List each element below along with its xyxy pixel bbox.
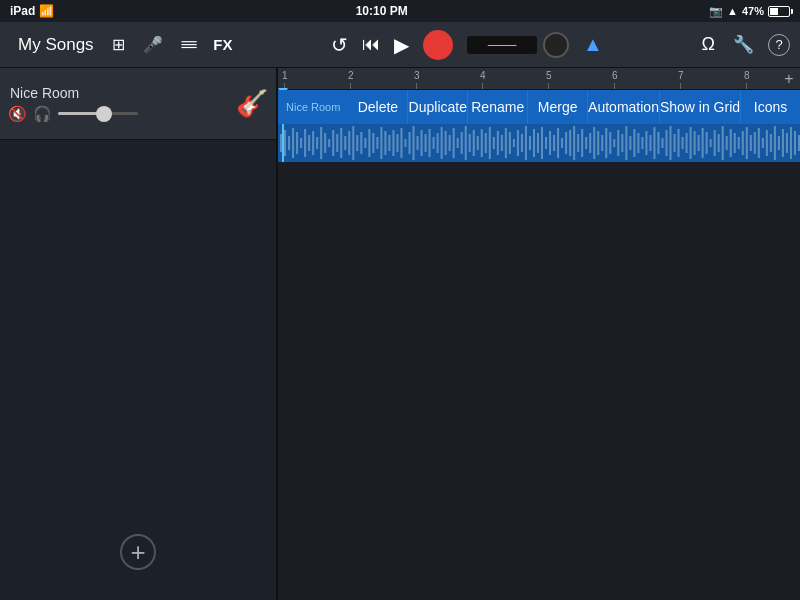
svg-rect-71 xyxy=(565,132,567,154)
ruler-mark-6: 6 xyxy=(612,70,618,89)
svg-rect-84 xyxy=(617,130,619,156)
svg-rect-9 xyxy=(316,137,318,149)
instrument-icon[interactable]: 🎸 xyxy=(236,88,268,119)
svg-rect-70 xyxy=(561,138,563,148)
headphones-icon[interactable]: Ω xyxy=(698,30,719,59)
svg-rect-46 xyxy=(465,126,467,160)
svg-rect-56 xyxy=(505,128,507,158)
volume-slider[interactable] xyxy=(58,112,138,115)
record-button[interactable] xyxy=(423,30,453,60)
rewind-button[interactable]: ⏮ xyxy=(362,34,380,55)
fx-button[interactable]: FX xyxy=(209,32,236,57)
settings-icon[interactable]: 🔧 xyxy=(729,30,758,59)
status-right: 📷 ▲ 47% xyxy=(709,5,790,18)
undo-button[interactable]: ↺ xyxy=(331,33,348,57)
waveform-svg xyxy=(278,124,800,162)
svg-rect-72 xyxy=(569,130,571,156)
svg-rect-111 xyxy=(726,136,728,150)
clock: 10:10 PM xyxy=(356,4,408,18)
ruler-mark-3: 3 xyxy=(414,70,420,89)
svg-rect-96 xyxy=(665,130,667,156)
svg-rect-10 xyxy=(320,127,322,159)
svg-rect-121 xyxy=(766,130,768,156)
ruler-mark-7: 7 xyxy=(678,70,684,89)
svg-rect-127 xyxy=(790,127,792,159)
metronome-icon[interactable]: ▲ xyxy=(583,33,603,56)
solo-button[interactable]: 🎧 xyxy=(33,105,52,123)
metronome-dial[interactable] xyxy=(543,32,569,58)
help-icon[interactable]: ? xyxy=(768,34,790,56)
svg-rect-102 xyxy=(690,127,692,159)
show-in-grid-button[interactable]: Show in Grid xyxy=(659,90,740,124)
svg-rect-58 xyxy=(513,139,515,147)
track-view-icon[interactable]: ⊞ xyxy=(108,31,129,58)
merge-button[interactable]: Merge xyxy=(527,90,587,124)
svg-rect-73 xyxy=(573,126,575,160)
wifi-icon: 📶 xyxy=(39,4,54,18)
add-track-button[interactable]: + xyxy=(120,534,156,570)
svg-rect-119 xyxy=(758,128,760,158)
rename-button[interactable]: Rename xyxy=(467,90,527,124)
svg-rect-75 xyxy=(581,129,583,157)
svg-rect-86 xyxy=(625,126,627,160)
svg-rect-20 xyxy=(360,132,362,154)
svg-rect-80 xyxy=(601,135,603,151)
svg-rect-50 xyxy=(481,129,483,157)
svg-rect-64 xyxy=(537,133,539,153)
main-toolbar: My Songs ⊞ 🎤 ≡≡ FX ↺ ⏮ ▶ –––– ▲ Ω 🔧 ? xyxy=(0,22,800,68)
svg-rect-25 xyxy=(380,127,382,159)
main-layout: Nice Room 🔇 🎧 🎸 + 1 xyxy=(0,68,800,600)
icons-button[interactable]: Icons xyxy=(740,90,800,124)
duplicate-button[interactable]: Duplicate xyxy=(407,90,467,124)
timeline-empty xyxy=(278,162,800,600)
svg-rect-57 xyxy=(509,132,511,154)
svg-rect-63 xyxy=(533,129,535,157)
track-row: Nice Room 🔇 🎧 🎸 xyxy=(0,68,276,140)
svg-rect-35 xyxy=(421,130,423,156)
svg-rect-29 xyxy=(396,134,398,152)
add-section-button[interactable]: + xyxy=(778,68,800,89)
delete-button[interactable]: Delete xyxy=(348,90,407,124)
svg-rect-32 xyxy=(409,132,411,154)
mute-button[interactable]: 🔇 xyxy=(8,105,27,123)
svg-rect-26 xyxy=(384,131,386,155)
svg-rect-37 xyxy=(429,129,431,157)
svg-rect-79 xyxy=(597,131,599,155)
svg-rect-94 xyxy=(657,132,659,154)
svg-rect-74 xyxy=(577,134,579,152)
svg-rect-115 xyxy=(742,131,744,155)
svg-rect-23 xyxy=(372,133,374,153)
eq-icon[interactable]: ≡≡ xyxy=(177,32,200,58)
ruler-mark-4: 4 xyxy=(480,70,486,89)
track-timeline-row[interactable]: Nice Room Delete Duplicate Rename Merge … xyxy=(278,90,800,162)
svg-rect-85 xyxy=(621,134,623,152)
svg-rect-120 xyxy=(762,138,764,148)
svg-rect-81 xyxy=(605,128,607,158)
svg-rect-116 xyxy=(746,127,748,159)
svg-rect-65 xyxy=(541,127,543,159)
svg-rect-124 xyxy=(778,136,780,150)
svg-rect-93 xyxy=(653,127,655,159)
mic-icon[interactable]: 🎤 xyxy=(139,31,167,58)
svg-rect-40 xyxy=(441,127,443,159)
svg-rect-103 xyxy=(694,131,696,155)
svg-rect-95 xyxy=(661,138,663,148)
svg-rect-13 xyxy=(332,130,334,156)
tracks-sidebar: Nice Room 🔇 🎧 🎸 + xyxy=(0,68,278,600)
svg-rect-39 xyxy=(437,133,439,153)
context-action-bar: Nice Room Delete Duplicate Rename Merge … xyxy=(278,90,800,124)
automation-button[interactable]: Automation xyxy=(587,90,659,124)
svg-rect-110 xyxy=(722,126,724,160)
svg-rect-67 xyxy=(549,131,551,155)
svg-rect-12 xyxy=(328,139,330,147)
sidebar-empty-area: + xyxy=(0,140,276,600)
track-name: Nice Room xyxy=(8,85,228,101)
status-bar: iPad 📶 10:10 PM 📷 ▲ 47% xyxy=(0,0,800,22)
audio-region[interactable] xyxy=(278,124,800,162)
lcd-display: –––– xyxy=(467,32,569,58)
svg-rect-45 xyxy=(461,132,463,154)
my-songs-button[interactable]: My Songs xyxy=(10,31,102,59)
svg-rect-8 xyxy=(312,131,314,155)
wifi-signal-icon: ▲ xyxy=(727,5,738,17)
play-button[interactable]: ▶ xyxy=(394,33,409,57)
